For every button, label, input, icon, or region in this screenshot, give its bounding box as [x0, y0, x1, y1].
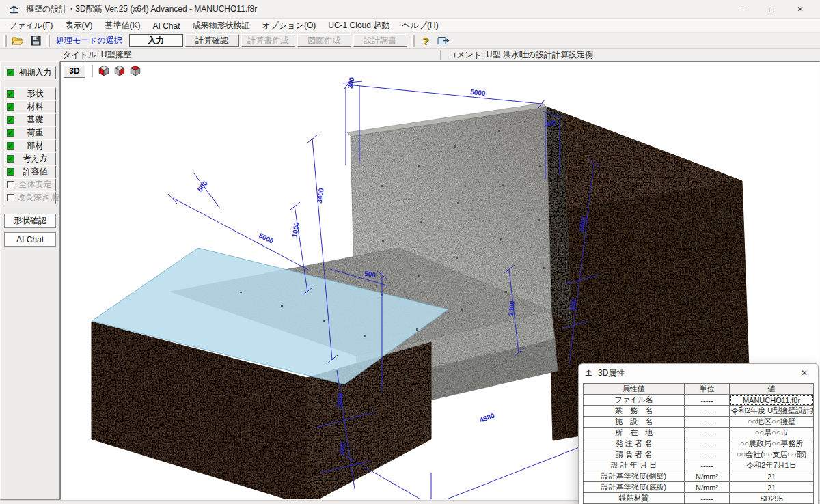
3d-viewport[interactable]: 3D [60, 61, 820, 500]
attribute-value-cell[interactable]: 21 [730, 471, 814, 482]
attributes-row-7: 設計基準強度(側壁)N/mm²21 [584, 471, 814, 482]
attribute-name-cell[interactable]: 業 務 名 [584, 406, 685, 417]
toolbar: 処理モードの選択 入力計算確認計算書作成図面作成設計調書 ? [0, 33, 820, 49]
cube-view-right-face[interactable] [113, 64, 126, 78]
attribute-name-cell[interactable]: 発 注 者 名 [584, 438, 685, 449]
checked-checkbox-icon: ✓ [7, 129, 14, 137]
attribute-unit-cell[interactable]: ----- [685, 417, 730, 428]
dimension-label-5000: 5000 [470, 88, 487, 97]
sidebar-button-部材[interactable]: ✓部材 [4, 139, 56, 152]
maximize-button[interactable]: □ [757, 1, 786, 18]
attributes-row-1: 業 務 名-----令和2年度 U型擁壁設計業務 [584, 406, 814, 417]
dimension-label-300: 300 [346, 76, 356, 89]
sidebar-button-荷重[interactable]: ✓荷重 [4, 126, 56, 139]
dimension-label-4580: 4580 [478, 411, 495, 423]
close-button[interactable]: ✕ [786, 1, 815, 18]
sidebar-button-基礎[interactable]: ✓基礎 [4, 113, 56, 126]
attribute-unit-cell[interactable]: ----- [685, 449, 730, 460]
attribute-name-cell[interactable]: 鉄筋材質 [584, 493, 685, 504]
help-button[interactable]: ? [417, 34, 435, 48]
attribute-name-cell[interactable]: 設計基準強度(底版) [584, 482, 685, 493]
app-icon [8, 3, 20, 16]
sidebar-actions: 形状確認AI Chat [4, 214, 56, 247]
attributes-table: 属性値単位値 ファイル名-----MANUCHO11.f8r業 務 名-----… [583, 383, 814, 504]
menu-item-0[interactable]: ファイル(F) [3, 18, 59, 33]
checked-checkbox-icon: ✓ [7, 168, 14, 176]
sidebar-button-label: 改良深さ,幅 [17, 192, 61, 204]
sidebar-buttons: ✓形状✓材料✓基礎✓荷重✓部材✓考え方✓許容値全体安定改良深さ,幅 [4, 87, 56, 204]
attribute-name-cell[interactable]: ファイル名 [584, 395, 685, 406]
menu-item-3[interactable]: AI Chat [146, 20, 186, 32]
attributes-panel-close-icon[interactable]: ✕ [796, 368, 812, 378]
exit-icon [437, 36, 450, 45]
attributes-row-4: 発 注 者 名-----○○農政局○○事務所 [584, 438, 814, 449]
attribute-value-cell[interactable]: ○○会社(○○支店○○部) [730, 449, 814, 460]
document-info-row: タイトル: U型擁壁 コメント: U型 洪水吐の設計計算設定例 [0, 49, 820, 61]
sidebar-button-label: 考え方 [17, 153, 53, 165]
attributes-panel: 3D属性 ✕ 属性値単位値 ファイル名-----MANUCHO11.f8r業 務… [578, 363, 819, 504]
open-folder-icon [12, 36, 24, 46]
toolbar-grip [3, 35, 7, 47]
menu-item-5[interactable]: オプション(O) [256, 18, 322, 33]
window-titlebar[interactable]: 擁壁の設計・3D配筋 Ver.25 (x64) Advanced - MANUC… [0, 0, 820, 19]
3d-view-button[interactable]: 3D [64, 65, 85, 78]
attributes-panel-title: 3D属性 [598, 367, 625, 379]
sidebar-button-形状[interactable]: ✓形状 [4, 87, 56, 100]
attribute-unit-cell[interactable]: N/mm² [685, 471, 730, 482]
view-controls: 3D [64, 64, 142, 78]
attribute-name-cell[interactable]: 設計基準強度(側壁) [584, 471, 685, 482]
attribute-value-cell[interactable]: ○○地区○○擁壁 [730, 417, 814, 428]
attribute-name-cell[interactable]: 施 設 名 [584, 417, 685, 428]
sidebar-button-許容値[interactable]: ✓許容値 [4, 165, 56, 178]
exit-button[interactable] [435, 34, 452, 48]
menu-item-4[interactable]: 成果物形状検証 [186, 18, 256, 33]
sidebar-action-AI Chat[interactable]: AI Chat [4, 232, 56, 247]
mode-button-図面作成: 図面作成 [297, 34, 351, 47]
sidebar-action-形状確認[interactable]: 形状確認 [4, 214, 56, 228]
menu-bar: ファイル(F)表示(V)基準値(K)AI Chat成果物形状検証オプション(O)… [0, 19, 820, 33]
sidebar-button-label: 形状 [17, 88, 53, 100]
attribute-value-cell[interactable]: 21 [730, 482, 814, 493]
attribute-unit-cell[interactable]: ----- [685, 406, 730, 417]
checked-checkbox-icon: ✓ [7, 69, 14, 76]
attribute-unit-cell[interactable]: ----- [685, 493, 730, 504]
attribute-value-cell[interactable]: ○○県○○市 [730, 428, 814, 438]
save-icon [31, 36, 41, 46]
unchecked-checkbox-icon [7, 194, 14, 201]
cube-view-left-face[interactable] [97, 64, 111, 78]
attribute-name-cell[interactable]: 設 計 年 月 日 [584, 460, 685, 471]
minimize-button[interactable]: ─ [728, 1, 757, 18]
mode-button-入力[interactable]: 入力 [129, 34, 183, 47]
sidebar-button-初期入力[interactable]: ✓初期入力 [4, 66, 56, 79]
checked-checkbox-icon: ✓ [7, 142, 14, 150]
menu-item-2[interactable]: 基準値(K) [98, 18, 146, 33]
attribute-value-cell[interactable]: SD295 [730, 493, 814, 504]
checked-checkbox-icon: ✓ [7, 90, 14, 98]
menu-item-6[interactable]: UC-1 Cloud 起動 [322, 18, 396, 33]
attribute-unit-cell[interactable]: ----- [685, 438, 730, 449]
sidebar-button-材料[interactable]: ✓材料 [4, 100, 56, 113]
attribute-unit-cell[interactable]: ----- [685, 395, 730, 406]
attribute-value-cell[interactable]: ○○農政局○○事務所 [730, 438, 814, 449]
attribute-unit-cell[interactable]: N/mm² [685, 482, 730, 493]
menu-item-7[interactable]: ヘルプ(H) [396, 18, 445, 33]
save-file-button[interactable] [27, 34, 44, 48]
attributes-panel-titlebar[interactable]: 3D属性 ✕ [579, 364, 818, 382]
attribute-name-cell[interactable]: 請 負 者 名 [584, 449, 685, 460]
attribute-value-cell[interactable]: 令和2年度 U型擁壁設計業務 [730, 406, 814, 417]
open-file-button[interactable] [9, 34, 27, 48]
sidebar-button-考え方[interactable]: ✓考え方 [4, 152, 56, 165]
document-comment-label: コメント: U型 洪水吐の設計計算設定例 [448, 49, 593, 61]
checked-checkbox-icon: ✓ [7, 103, 14, 111]
attribute-unit-cell[interactable]: ----- [685, 428, 730, 438]
cube-view-top-face[interactable] [128, 64, 142, 78]
attribute-unit-cell[interactable]: ----- [685, 460, 730, 471]
attributes-panel-icon [584, 368, 594, 378]
menu-item-1[interactable]: 表示(V) [59, 18, 98, 33]
attribute-value-cell[interactable]: MANUCHO11.f8r [730, 395, 814, 406]
attribute-name-cell[interactable]: 所 在 地 [584, 428, 685, 438]
attribute-value-cell[interactable]: 令和2年7月1日 [730, 460, 814, 471]
sidebar-button-label: 材料 [17, 101, 53, 113]
mode-button-計算確認[interactable]: 計算確認 [185, 34, 239, 47]
window-title: 擁壁の設計・3D配筋 Ver.25 (x64) Advanced - MANUC… [26, 3, 257, 15]
